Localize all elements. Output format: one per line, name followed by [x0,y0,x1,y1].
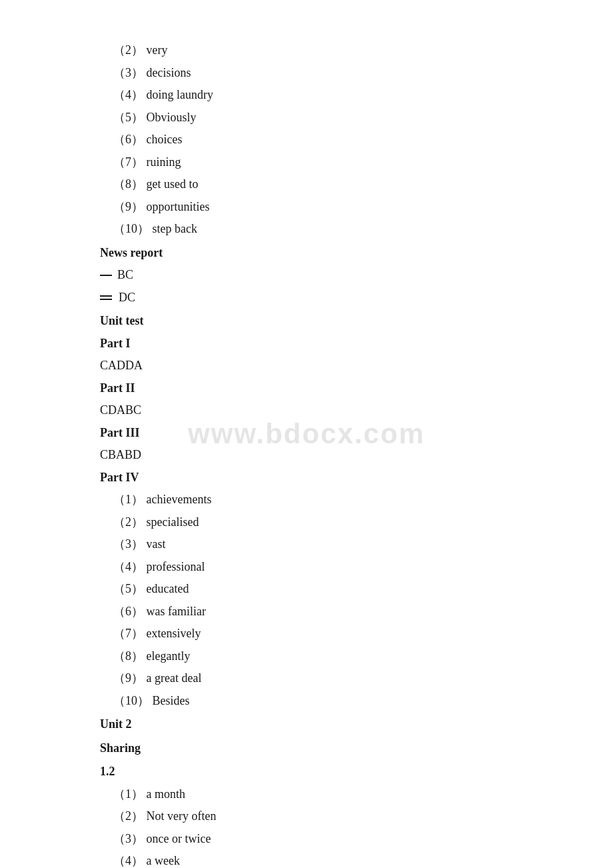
item-num: （3） [113,537,143,551]
list-item: （9） a great deal [100,668,613,689]
part-iii-answer: CBABD [100,445,613,466]
list-item: （2） specialised [100,512,613,533]
item-text: a week [147,854,180,867]
list-item: （4） professional [100,557,613,578]
item-text: decisions [147,66,191,79]
page-container: （2） very （3） decisions （4） doing laundry… [0,0,613,868]
item-text: opportunities [147,200,210,213]
item-num: （9） [113,671,143,685]
section-two-text: DC [119,287,135,309]
item-num: （10） [113,222,149,235]
item-num: （8） [113,177,143,191]
part-iii-label: Part III [100,423,613,444]
item-text: extensively [147,627,201,640]
item-text: specialised [147,515,199,529]
unit-test-header: Unit test [100,311,613,332]
sharing-num: 1.2 [100,761,613,783]
item-text: very [147,43,168,57]
item-num: （4） [113,560,143,573]
list-item: （9） opportunities [100,197,613,218]
list-item: （7） ruining [100,152,613,173]
section-one: BC [100,265,613,286]
item-num: （2） [113,43,143,57]
list-item: （1） achievements [100,489,613,511]
item-text: vast [147,537,166,551]
item-text: once or twice [147,832,211,845]
item-num: （1） [113,493,143,506]
item-num: （10） [113,694,149,707]
list-item: （7） extensively [100,623,613,645]
item-num: （3） [113,66,143,79]
part-iv-list: （1） achievements （2） specialised （3） vas… [100,489,613,711]
list-item: （4） a week [100,851,613,868]
item-num: （9） [113,200,143,213]
sharing-header: Sharing [100,738,613,759]
item-text: was familiar [147,605,206,618]
section-one-text: BC [117,265,133,286]
item-text: achievements [147,493,212,506]
section-two: DC [100,287,613,309]
item-num: （4） [113,854,143,867]
item-text: educated [147,582,189,595]
item-num: （2） [113,515,143,529]
part-ii-label: Part II [100,378,613,399]
item-num: （5） [113,582,143,595]
list-item: （10） Besides [100,691,613,712]
list-item: （6） was familiar [100,601,613,623]
list-item: （1） a month [100,784,613,805]
list-item: （3） vast [100,534,613,555]
part-iv-label: Part IV [100,467,613,489]
item-text: a great deal [147,671,202,685]
item-num: （6） [113,133,143,146]
item-num: （3） [113,832,143,845]
item-num: （8） [113,649,143,663]
double-dash-icon [100,295,112,300]
item-num: （4） [113,88,143,101]
list-item: （8） get used to [100,174,613,195]
list-item: （5） educated [100,579,613,600]
list-item: （4） doing laundry [100,85,613,106]
unit2-header: Unit 2 [100,714,613,735]
part-ii-answer: CDABC [100,400,613,421]
item-text: a month [147,787,186,801]
list-item: （3） once or twice [100,829,613,850]
list-item: （8） elegantly [100,646,613,667]
item-text: Besides [153,694,190,707]
sharing-list: （1） a month （2） Not very often （3） once … [100,784,613,869]
dash-icon [100,275,112,276]
top-items-list: （2） very （3） decisions （4） doing laundry… [100,40,613,240]
item-text: get used to [147,177,199,191]
item-text: elegantly [147,649,191,663]
item-num: （1） [113,787,143,801]
list-item: （5） Obviously [100,107,613,129]
part-i-label: Part I [100,333,613,355]
item-num: （5） [113,111,143,124]
item-text: Not very often [147,809,217,823]
item-num: （7） [113,155,143,169]
item-text: Obviously [147,111,197,124]
list-item: （6） choices [100,129,613,151]
list-item: （2） Not very often [100,806,613,827]
list-item: （3） decisions [100,63,613,84]
item-text: doing laundry [147,88,214,101]
item-num: （2） [113,809,143,823]
news-report-header: News report [100,243,613,264]
part-i-answer: CADDA [100,355,613,377]
item-text: ruining [147,155,181,169]
item-text: choices [147,133,183,146]
item-text: professional [147,560,205,573]
item-num: （6） [113,605,143,618]
item-num: （7） [113,627,143,640]
item-text: step back [153,222,197,235]
list-item: （10） step back [100,219,613,240]
list-item: （2） very [100,40,613,61]
